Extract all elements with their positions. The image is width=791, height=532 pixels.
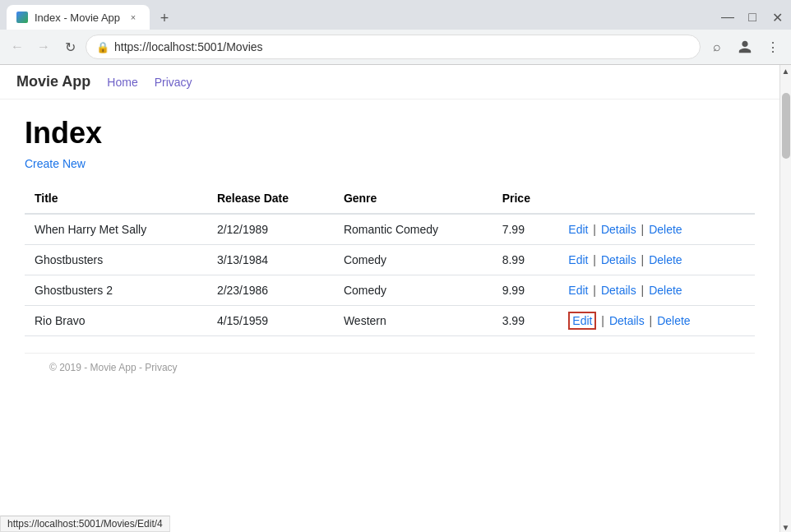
brand-name[interactable]: Movie App <box>16 73 90 90</box>
details-link[interactable]: Details <box>601 284 636 297</box>
scrollbar[interactable]: ▲ ▼ <box>779 65 791 532</box>
delete-link[interactable]: Delete <box>657 314 690 327</box>
cell-price: 9.99 <box>493 275 559 306</box>
cell-genre: Romantic Comedy <box>334 214 493 245</box>
details-link[interactable]: Details <box>601 253 636 266</box>
minimize-button[interactable]: — <box>720 10 735 25</box>
delete-link[interactable]: Delete <box>649 253 682 266</box>
scrollbar-thumb[interactable] <box>782 93 790 159</box>
table-head: Title Release Date Genre Price <box>25 183 755 214</box>
reload-button[interactable]: ↻ <box>59 36 81 58</box>
browser-chrome: Index - Movie App × + — □ ✕ ← → ↻ 🔒 http… <box>0 0 791 65</box>
cell-price: 7.99 <box>493 214 559 245</box>
edit-link[interactable]: Edit <box>568 284 588 297</box>
page-main: Movie App Home Privacy Index Create New … <box>0 65 779 532</box>
footer: © 2019 - Movie App - Privacy <box>25 353 755 382</box>
menu-icon[interactable]: ⋮ <box>761 35 784 58</box>
action-separator: | <box>590 253 599 266</box>
cell-genre: Western <box>334 306 493 336</box>
scroll-down-arrow[interactable]: ▼ <box>780 521 792 532</box>
edit-link[interactable]: Edit <box>568 253 588 266</box>
cell-release-date: 3/13/1984 <box>207 245 334 275</box>
forward-button[interactable]: → <box>33 36 54 58</box>
cell-release-date: 4/15/1959 <box>207 306 334 336</box>
details-link[interactable]: Details <box>601 223 636 236</box>
page-title: Index <box>25 116 755 150</box>
cell-release-date: 2/23/1986 <box>207 275 334 306</box>
table-row: Rio Bravo4/15/1959Western3.99Edit | Deta… <box>25 306 755 336</box>
col-title: Title <box>25 183 207 214</box>
action-separator: | <box>646 314 655 327</box>
delete-link[interactable]: Delete <box>649 284 682 297</box>
cell-price: 8.99 <box>493 245 559 275</box>
search-icon[interactable]: ⌕ <box>705 35 729 58</box>
address-bar: ← → ↻ 🔒 https://localhost:5001/Movies ⌕ … <box>0 30 791 64</box>
title-bar: Index - Movie App × + — □ ✕ <box>0 0 791 30</box>
address-text: https://localhost:5001/Movies <box>114 40 690 53</box>
cell-release-date: 2/12/1989 <box>207 214 334 245</box>
action-separator: | <box>590 223 599 236</box>
cell-title: Ghostbusters 2 <box>25 275 207 306</box>
action-separator: | <box>598 314 607 327</box>
movies-table: Title Release Date Genre Price When Harr… <box>25 183 755 336</box>
cell-actions: Edit | Details | Delete <box>558 214 755 245</box>
cell-title: When Harry Met Sally <box>25 214 207 245</box>
col-price: Price <box>493 183 559 214</box>
col-release-date: Release Date <box>207 183 334 214</box>
tab-close-button[interactable]: × <box>127 11 140 24</box>
toolbar-icons: ⌕ ⋮ <box>705 35 784 58</box>
maximize-button[interactable]: □ <box>745 10 760 25</box>
cell-title: Ghostbusters <box>25 245 207 275</box>
nav-privacy[interactable]: Privacy <box>155 76 192 89</box>
footer-text: © 2019 - Movie App - Privacy <box>49 362 178 373</box>
cell-title: Rio Bravo <box>25 306 207 336</box>
table-body: When Harry Met Sally2/12/1989Romantic Co… <box>25 214 755 336</box>
cell-price: 3.99 <box>493 306 559 336</box>
status-bar: https://localhost:5001/Movies/Edit/4 <box>0 516 170 532</box>
cell-actions: Edit | Details | Delete <box>558 275 755 306</box>
table-row: Ghostbusters3/13/1984Comedy8.99Edit | De… <box>25 245 755 275</box>
edit-link[interactable]: Edit <box>568 223 588 236</box>
new-tab-button[interactable]: + <box>153 7 176 30</box>
nav-home[interactable]: Home <box>107 76 137 89</box>
cell-actions: Edit | Details | Delete <box>558 245 755 275</box>
action-separator: | <box>638 284 647 297</box>
col-genre: Genre <box>334 183 493 214</box>
tab-favicon <box>16 12 28 23</box>
status-url: https://localhost:5001/Movies/Edit/4 <box>7 518 163 530</box>
delete-link[interactable]: Delete <box>649 223 682 236</box>
table-row: When Harry Met Sally2/12/1989Romantic Co… <box>25 214 755 245</box>
active-tab[interactable]: Index - Movie App × <box>7 5 150 30</box>
cell-genre: Comedy <box>334 245 493 275</box>
profile-icon[interactable] <box>733 35 756 58</box>
tab-area: Index - Movie App × + <box>7 5 176 30</box>
table-header-row: Title Release Date Genre Price <box>25 183 755 214</box>
table-row: Ghostbusters 22/23/1986Comedy9.99Edit | … <box>25 275 755 306</box>
action-separator: | <box>590 284 599 297</box>
cell-actions: Edit | Details | Delete <box>558 306 755 336</box>
create-new-link[interactable]: Create New <box>25 157 86 170</box>
action-separator: | <box>638 253 647 266</box>
page-content: Movie App Home Privacy Index Create New … <box>0 65 791 532</box>
site-nav: Movie App Home Privacy <box>0 65 779 99</box>
cell-genre: Comedy <box>334 275 493 306</box>
scroll-up-arrow[interactable]: ▲ <box>780 65 792 76</box>
address-input[interactable]: 🔒 https://localhost:5001/Movies <box>86 35 701 59</box>
tab-title: Index - Movie App <box>35 12 120 24</box>
close-button[interactable]: ✕ <box>770 10 784 25</box>
back-button[interactable]: ← <box>7 36 28 58</box>
lock-icon: 🔒 <box>96 41 109 53</box>
action-separator: | <box>638 223 647 236</box>
edit-link[interactable]: Edit <box>568 312 596 330</box>
window-controls: — □ ✕ <box>720 10 784 25</box>
details-link[interactable]: Details <box>609 314 645 327</box>
col-actions <box>558 183 755 214</box>
main-area: Index Create New Title Release Date Genr… <box>0 99 779 398</box>
